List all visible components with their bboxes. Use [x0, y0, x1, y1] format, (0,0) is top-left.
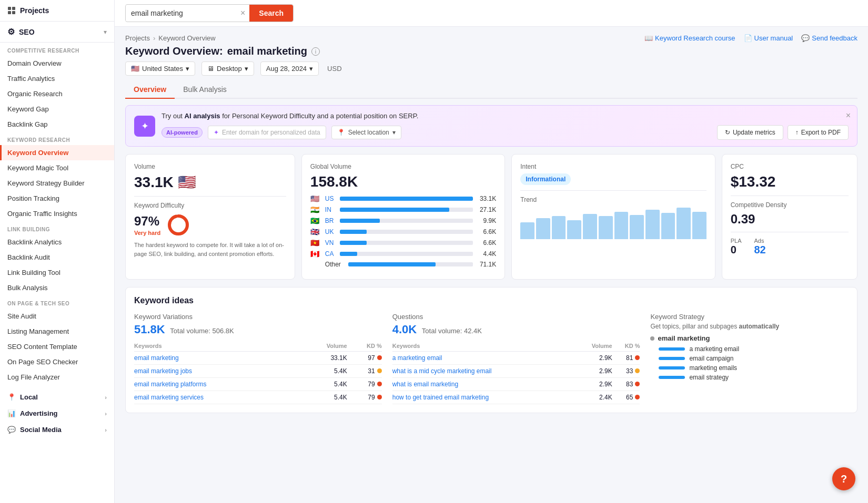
kd-indicator: [635, 355, 640, 360]
kw-link[interactable]: how to get trained email marketing: [392, 394, 489, 401]
kw-link[interactable]: what is email marketing: [392, 381, 458, 388]
kw-cell: how to get trained email marketing: [392, 391, 575, 404]
search-clear-icon[interactable]: ×: [236, 8, 249, 18]
trend-bar: [599, 216, 613, 239]
questions-col-kd: KD %: [612, 341, 640, 352]
seo-header[interactable]: ⚙ SEO ▾: [0, 22, 114, 43]
gv-country-code[interactable]: UK: [325, 228, 336, 235]
search-input[interactable]: [126, 5, 236, 21]
sidebar-section-advertising[interactable]: 📊Advertising ›: [0, 405, 114, 422]
send-feedback-link[interactable]: 💬 Send feedback: [801, 34, 857, 42]
competitive-research-label: COMPETITIVE RESEARCH: [0, 43, 114, 56]
kw-link[interactable]: email marketing platforms: [134, 381, 206, 388]
sidebar-section-social-media[interactable]: 💬Social Media ›: [0, 422, 114, 438]
gv-bar: [340, 241, 367, 245]
sidebar-item-site-audit[interactable]: Site Audit: [0, 309, 114, 324]
cpc-value: $13.32: [731, 173, 849, 190]
onpage-tech-label: ON PAGE & TECH SEO: [0, 295, 114, 309]
variations-col-kd: KD %: [347, 341, 382, 352]
sidebar-item-keyword-gap[interactable]: Keyword Gap: [0, 101, 114, 117]
export-pdf-button[interactable]: ↑ Export to PDF: [788, 125, 849, 140]
gv-bar-wrap: [340, 208, 473, 212]
trend-bar: [661, 213, 675, 239]
sidebar-item-backlink-gap[interactable]: Backlink Gap: [0, 117, 114, 132]
social-media-label: Social Media: [20, 426, 62, 434]
vol-cell: 5.4K: [300, 391, 347, 404]
sidebar-item-log-file-analyzer[interactable]: Log File Analyzer: [0, 369, 114, 385]
sidebar-item-domain-overview[interactable]: Domain Overview: [0, 56, 114, 71]
ai-sub-row: AI-powered ✦ Enter domain for personaliz…: [162, 125, 849, 140]
export-icon: ↑: [795, 129, 799, 136]
kw-cell: a marketing email: [392, 352, 575, 365]
page-title-row: Keyword Overview: email marketing i: [125, 45, 857, 57]
keyword-research-course-link[interactable]: 📖 Keyword Research course: [644, 34, 735, 42]
sidebar-item-link-building-tool[interactable]: Link Building Tool: [0, 265, 114, 280]
tab-bulk-analysis[interactable]: Bulk Analysis: [175, 81, 235, 99]
gv-country-code[interactable]: US: [325, 195, 336, 202]
gv-country-code[interactable]: BR: [325, 217, 336, 224]
kw-link[interactable]: email marketing services: [134, 394, 204, 401]
keyword-info-icon[interactable]: i: [311, 47, 320, 56]
kw-link[interactable]: a marketing email: [392, 354, 442, 362]
trend-bar: [645, 210, 660, 239]
sidebar-item-keyword-strategy-builder[interactable]: Keyword Strategy Builder: [0, 176, 114, 191]
ai-domain-input[interactable]: ✦ Enter domain for personalized data: [208, 126, 326, 139]
sidebar-item-backlink-audit[interactable]: Backlink Audit: [0, 250, 114, 265]
help-button[interactable]: ?: [832, 467, 855, 490]
gv-bar: [340, 252, 357, 256]
ads-item: Ads 82: [754, 238, 766, 256]
sidebar: Projects ⚙ SEO ▾ COMPETITIVE RESEARCH Do…: [0, 0, 115, 503]
projects-nav[interactable]: Projects: [0, 0, 114, 22]
local-label: Local: [20, 393, 38, 401]
svg-rect-3: [12, 11, 15, 14]
vol-cell: 33.1K: [300, 352, 347, 365]
user-manual-link[interactable]: 📄 User manual: [744, 34, 793, 42]
ai-location-select[interactable]: 📍 Select location ▾: [331, 126, 401, 139]
sidebar-item-backlink-analytics[interactable]: Backlink Analytics: [0, 234, 114, 250]
sidebar-item-position-tracking[interactable]: Position Tracking: [0, 191, 114, 206]
ks-bar: [659, 357, 685, 360]
trend-bars: [520, 208, 706, 239]
kw-link[interactable]: email marketing jobs: [134, 367, 192, 375]
breadcrumb-projects[interactable]: Projects: [125, 34, 150, 42]
sidebar-item-keyword-overview[interactable]: Keyword Overview: [0, 145, 114, 160]
search-button[interactable]: Search: [249, 5, 293, 22]
vol-cell: 5.4K: [300, 378, 347, 391]
gv-flag: 🇨🇦: [310, 250, 321, 258]
keyword-strategy-col: Keyword Strategy Get topics, pillar and …: [650, 313, 849, 404]
ai-banner: ✦ Try out AI analysis for Personal Keywo…: [125, 105, 857, 147]
ads-label: Ads: [754, 238, 766, 244]
date-filter[interactable]: Aug 28, 2024 ▾: [260, 61, 319, 76]
us-flag-small: 🇺🇸: [178, 173, 196, 191]
kw-link[interactable]: email marketing: [134, 354, 179, 362]
gv-bar: [340, 230, 367, 234]
kd-ring: [167, 213, 190, 237]
sidebar-item-on-page-seo-checker[interactable]: On Page SEO Checker: [0, 354, 114, 369]
update-metrics-button[interactable]: ↻ Update metrics: [717, 125, 783, 140]
sidebar-item-listing-management[interactable]: Listing Management: [0, 324, 114, 339]
sidebar-section-local[interactable]: 📍Local ›: [0, 389, 114, 405]
gv-country-code[interactable]: VN: [325, 239, 336, 247]
tab-overview[interactable]: Overview: [125, 81, 175, 99]
sidebar-item-keyword-magic-tool[interactable]: Keyword Magic Tool: [0, 160, 114, 176]
sidebar-item-bulk-analysis[interactable]: Bulk Analysis: [0, 280, 114, 295]
domain-placeholder: Enter domain for personalized data: [222, 129, 320, 136]
projects-label: Projects: [20, 6, 49, 15]
sidebar-item-organic-research[interactable]: Organic Research: [0, 86, 114, 101]
sidebar-item-organic-traffic-insights[interactable]: Organic Traffic Insights: [0, 206, 114, 221]
device-filter[interactable]: 🖥 Desktop ▾: [201, 61, 254, 76]
gv-country-code[interactable]: CA: [325, 250, 336, 258]
sidebar-item-seo-content-template[interactable]: SEO Content Template: [0, 339, 114, 354]
gv-value: 71.1K: [477, 261, 496, 268]
variations-total: Total volume: 506.8K: [170, 327, 234, 335]
sidebar-item-traffic-analytics[interactable]: Traffic Analytics: [0, 71, 114, 86]
gv-country-code[interactable]: IN: [325, 206, 336, 213]
country-filter[interactable]: 🇺🇸 United States ▾: [125, 61, 195, 76]
gv-bar-wrap: [340, 197, 473, 201]
kw-link[interactable]: what is a mid cycle marketing email: [392, 367, 492, 375]
device-label: Desktop: [217, 65, 242, 73]
kd-cell: 81: [612, 352, 640, 365]
ks-root-dot: [650, 336, 654, 341]
ai-banner-close-icon[interactable]: ×: [846, 111, 851, 120]
breadcrumb-row: Projects › Keyword Overview 📖 Keyword Re…: [125, 34, 857, 42]
